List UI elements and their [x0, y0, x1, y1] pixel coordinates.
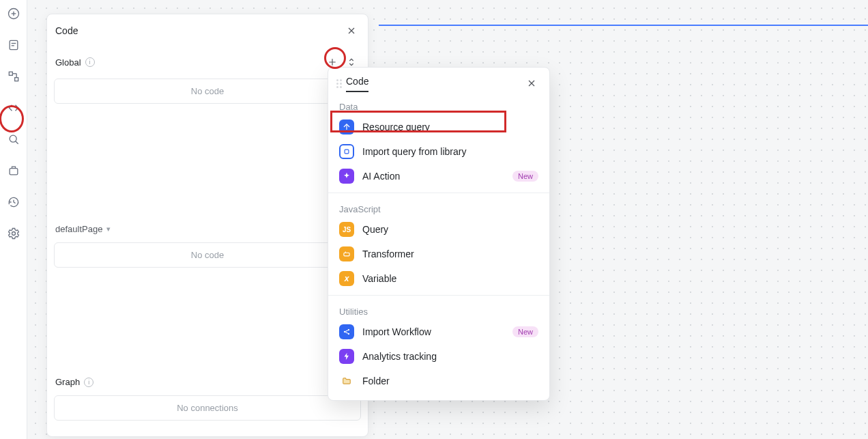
page-section-toggle[interactable]: defaultPage ▾: [47, 220, 368, 238]
rail-settings-icon[interactable]: [4, 224, 23, 243]
group-label-data: Data: [328, 95, 549, 115]
popover-tab-code[interactable]: Code: [346, 74, 368, 92]
svg-line-11: [15, 141, 18, 144]
global-empty-state: No code: [54, 79, 361, 104]
graph-empty-state: No connections: [54, 395, 361, 421]
chevron-down-icon: ▾: [106, 225, 111, 233]
svg-point-13: [12, 232, 15, 236]
analytics-icon: [339, 349, 354, 364]
canvas-selection-line: [379, 25, 868, 26]
add-code-popover: Code Data Resource query Import query fr…: [328, 67, 550, 401]
svg-rect-21: [345, 150, 349, 154]
menu-item-variable[interactable]: x Variable: [328, 266, 549, 291]
left-rail: [0, 0, 27, 439]
menu-item-resource-query[interactable]: Resource query: [328, 115, 549, 139]
rail-search-icon[interactable]: [4, 130, 23, 149]
menu-item-import-query[interactable]: Import query from library: [328, 139, 549, 164]
menu-item-js-query[interactable]: JS Query: [328, 217, 549, 242]
drag-handle-icon[interactable]: [336, 79, 342, 88]
menu-item-import-workflow[interactable]: Import Workflow New: [328, 320, 549, 344]
js-query-icon: JS: [339, 222, 354, 237]
svg-line-28: [345, 332, 348, 334]
rail-add-icon[interactable]: [4, 4, 23, 23]
svg-rect-12: [10, 169, 18, 175]
new-pill: New: [512, 171, 538, 182]
svg-line-27: [345, 330, 348, 332]
rail-history-icon[interactable]: [4, 193, 23, 212]
close-popover-button[interactable]: [523, 75, 540, 91]
svg-point-10: [10, 135, 16, 142]
menu-item-analytics[interactable]: Analytics tracking: [328, 344, 549, 369]
new-pill: New: [512, 326, 538, 337]
panel-title: Code: [55, 25, 78, 36]
info-icon[interactable]: i: [85, 57, 95, 67]
close-panel-button[interactable]: [343, 23, 360, 39]
svg-rect-3: [10, 40, 18, 49]
menu-item-transformer[interactable]: Transformer: [328, 242, 549, 266]
rail-page-icon[interactable]: [4, 36, 23, 55]
graph-section-label: Graph: [55, 377, 80, 387]
code-panel: Code Global i No code defaultPage ▾ No c…: [46, 14, 368, 437]
import-workflow-icon: [339, 324, 354, 339]
divider: [328, 193, 549, 193]
svg-rect-22: [344, 253, 349, 256]
group-label-javascript: JavaScript: [328, 197, 549, 217]
rail-component-tree-icon[interactable]: [4, 67, 23, 86]
menu-item-folder[interactable]: Folder: [328, 369, 549, 393]
menu-item-ai-action[interactable]: AI Action New: [328, 164, 549, 188]
rail-release-icon[interactable]: [4, 161, 23, 180]
global-section-label: Global: [55, 57, 81, 68]
svg-point-24: [344, 331, 345, 332]
folder-icon: [339, 373, 354, 388]
ai-action-icon: [339, 169, 354, 184]
rail-code-icon[interactable]: [4, 98, 23, 117]
resource-query-icon: [339, 119, 354, 134]
group-label-utilities: Utilities: [328, 300, 549, 320]
svg-rect-6: [9, 72, 12, 75]
divider: [328, 295, 549, 296]
variable-icon: x: [339, 271, 354, 286]
transformer-icon: [339, 246, 354, 261]
info-icon[interactable]: i: [84, 378, 93, 387]
page-name: defaultPage: [55, 224, 102, 234]
svg-rect-7: [14, 78, 18, 81]
svg-point-26: [348, 333, 349, 335]
import-query-icon: [339, 144, 354, 159]
page-empty-state: No code: [54, 242, 361, 268]
svg-point-25: [348, 329, 349, 330]
